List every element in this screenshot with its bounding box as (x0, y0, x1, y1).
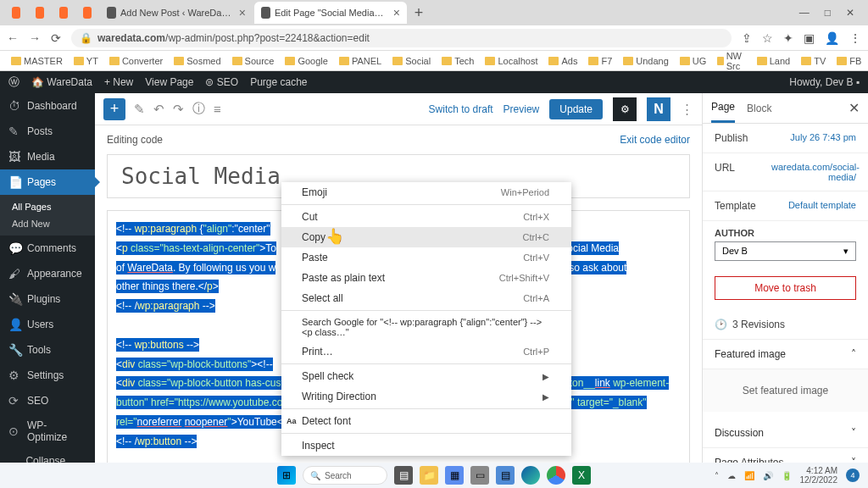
extensions-icon[interactable]: ✦ (783, 31, 793, 45)
ctx-select-all[interactable]: Select allCtrl+A (281, 288, 571, 308)
site-name[interactable]: 🏠 WareData (31, 76, 92, 88)
back-button[interactable]: ← (7, 31, 19, 45)
tab-page[interactable]: Page (711, 93, 735, 123)
bookmark[interactable]: YT (70, 54, 103, 68)
bookmark[interactable]: Localhost (481, 54, 542, 68)
window-maximize[interactable]: □ (825, 7, 831, 19)
taskbar-search[interactable]: 🔍 Search (303, 466, 387, 485)
ctx-detect-font[interactable]: AaDetect font (281, 411, 571, 431)
more-icon[interactable]: ⋮ (681, 102, 693, 117)
pencil-icon[interactable]: ✎ (134, 102, 145, 117)
task-icon[interactable]: ▤ (394, 466, 413, 485)
task-icon[interactable]: ▭ (470, 466, 489, 485)
volume-icon[interactable]: 🔊 (763, 471, 773, 480)
preview-button[interactable]: Preview (504, 103, 540, 115)
reload-button[interactable]: ⟳ (51, 31, 61, 45)
url-row[interactable]: URLwaredata.com/social-media/ (703, 153, 868, 191)
sidebar-item-media[interactable]: 🖼Media (0, 144, 95, 169)
bookmark[interactable]: Social (388, 54, 435, 68)
undo-icon[interactable]: ↶ (153, 102, 164, 117)
new-tab-button[interactable]: + (409, 3, 429, 23)
sidebar-item-users[interactable]: 👤Users (0, 312, 95, 337)
bookmark[interactable]: Source (228, 54, 279, 68)
discussion-section[interactable]: Discussion˅ (703, 419, 868, 448)
add-block-button[interactable]: + (103, 98, 125, 120)
info-icon[interactable]: ⓘ (192, 101, 205, 117)
close-icon[interactable]: ✕ (849, 100, 860, 116)
url-field[interactable]: 🔒 waredata.com/wp-admin/post.php?post=22… (71, 29, 732, 47)
wp-logo-icon[interactable]: ⓦ (8, 75, 19, 90)
browser-tab[interactable]: Add New Post ‹ WareData — W…× (100, 2, 253, 24)
ctx-inspect[interactable]: Inspect (281, 435, 571, 456)
share-icon[interactable]: ⇪ (742, 31, 752, 45)
task-icon[interactable]: ▤ (496, 466, 515, 485)
bookmark[interactable]: Google (281, 54, 331, 68)
ctx-search-google[interactable]: Search Google for "<!-- wp:paragraph {"a… (281, 313, 571, 341)
featured-image-section[interactable]: Featured image˄ (703, 340, 868, 369)
window-icon[interactable]: ▣ (804, 31, 815, 45)
n-logo-icon[interactable]: N (647, 97, 670, 121)
notifications-icon[interactable]: 4 (846, 469, 860, 482)
star-icon[interactable]: ☆ (762, 31, 773, 45)
sidebar-item-plugins[interactable]: 🔌Plugins (0, 286, 95, 312)
forward-button[interactable]: → (29, 31, 41, 45)
task-icon[interactable]: ▦ (445, 466, 464, 485)
menu-icon[interactable]: ⋮ (849, 31, 861, 45)
bookmark[interactable]: FB (832, 54, 865, 68)
battery-icon[interactable]: 🔋 (782, 471, 792, 480)
system-clock[interactable]: 4:12 AM12/2/2022 (800, 466, 838, 485)
bookmark[interactable]: Converter (105, 54, 167, 68)
sidebar-sub-add-new[interactable]: Add New (0, 215, 95, 232)
ctx-emoji[interactable]: EmojiWin+Period (281, 182, 571, 202)
window-minimize[interactable]: — (799, 7, 810, 19)
onedrive-icon[interactable]: ☁ (727, 471, 736, 480)
tab-icon-only[interactable] (76, 2, 98, 24)
ctx-paste[interactable]: PasteCtrl+V (281, 247, 571, 268)
purge-cache[interactable]: Purge cache (250, 76, 307, 88)
move-to-trash[interactable]: Move to trash (715, 276, 856, 300)
ctx-writing-direction[interactable]: Writing Direction▶ (281, 386, 571, 407)
bookmark[interactable]: Undang (619, 54, 673, 68)
wifi-icon[interactable]: 📶 (744, 471, 754, 480)
template-row[interactable]: TemplateDefault template (703, 191, 868, 221)
sidebar-item-seo[interactable]: ⟳SEO (0, 388, 95, 413)
profile-icon[interactable]: 👤 (825, 31, 839, 45)
howdy-user[interactable]: Howdy, Dev B ▪ (789, 76, 860, 88)
bookmark[interactable]: F7 (584, 54, 616, 68)
bookmark[interactable]: Tech (437, 54, 478, 68)
file-explorer-icon[interactable]: 📁 (420, 466, 438, 485)
excel-icon[interactable]: X (572, 466, 591, 485)
sidebar-item-posts[interactable]: ✎Posts (0, 119, 95, 144)
bookmark[interactable]: Ads (544, 54, 581, 68)
redo-icon[interactable]: ↷ (173, 102, 184, 117)
revisions-row[interactable]: 🕑3 Revisions (703, 310, 868, 340)
tray-icon[interactable]: ˄ (715, 471, 719, 480)
edge-icon[interactable] (521, 466, 540, 485)
tab-icon-only[interactable] (29, 2, 51, 24)
bookmark[interactable]: Sosmed (170, 54, 225, 68)
exit-code-editor[interactable]: Exit code editor (620, 134, 690, 146)
view-page[interactable]: View Page (145, 76, 193, 88)
sidebar-item-wp-optimize[interactable]: ⊙WP-Optimize (0, 413, 95, 449)
bookmark[interactable]: TV (797, 54, 830, 68)
ctx-spell-check[interactable]: Spell check▶ (281, 366, 571, 386)
ctx-print[interactable]: Print…Ctrl+P (281, 341, 571, 362)
browser-tab-active[interactable]: Edit Page "Social Media" ‹ Ware…× (254, 2, 407, 24)
bookmark[interactable]: NW Src (713, 49, 749, 73)
close-icon[interactable]: × (239, 6, 246, 19)
bookmark[interactable]: Land (753, 54, 794, 68)
window-close[interactable]: ✕ (846, 7, 854, 19)
sidebar-item-settings[interactable]: ⚙Settings (0, 363, 95, 388)
bookmark[interactable]: UG (676, 54, 711, 68)
tab-icon-only[interactable] (53, 2, 75, 24)
ctx-cut[interactable]: CutCtrl+X (281, 207, 571, 227)
switch-to-draft[interactable]: Switch to draft (429, 103, 493, 115)
chrome-icon[interactable] (547, 466, 565, 485)
seo-menu[interactable]: ⊜ SEO (205, 76, 238, 88)
outline-icon[interactable]: ≡ (214, 102, 221, 116)
sidebar-sub-all-pages[interactable]: All Pages (0, 198, 95, 215)
bookmark[interactable]: MASTER (7, 54, 67, 68)
sidebar-item-dashboard[interactable]: ⏱Dashboard (0, 93, 95, 119)
author-select[interactable]: Dev B▾ (715, 241, 856, 261)
sidebar-item-comments[interactable]: 💬Comments (0, 236, 95, 261)
